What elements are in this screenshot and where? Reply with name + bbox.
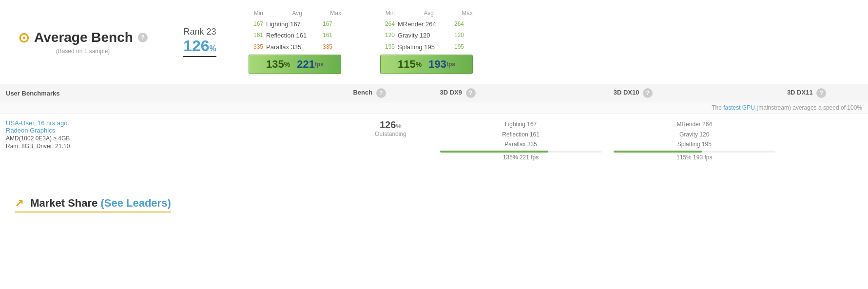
dx9-r1-label: Reflection 161 [266,30,315,41]
dx9-fps-summary: 135% 221 fps [440,154,602,161]
dx9-score-bar: 135% 221 fps [249,55,341,74]
dx9-pct: 135 [266,58,284,71]
dx9-r2-label: Parallax 335 [266,41,315,53]
dx10-metric-0: MRender 264 [614,119,775,129]
bench-score-number: 126% [353,119,428,131]
dx9-r0-min: 167 [249,19,263,30]
benchmarks-table: User Benchmarks Bench ? 3D DX9 ? 3D DX10… [0,84,868,177]
dx10-fps-summary: 115% 193 fps [614,154,775,161]
dx9-row-0: 167 Lighting 167 167 [249,19,341,30]
avg-bench-block: ⊙ Average Bench ? (Based on 1 sample) [15,30,151,55]
dx9-help-icon[interactable]: ? [466,88,476,98]
dx10-r0-max: 264 [449,19,464,30]
dx9-progress-container [440,151,602,153]
dx10-avg-header: Avg [419,10,434,17]
market-share-section: ↗ Market Share (See Leaders) [0,187,868,222]
market-share-icon: ↗ [15,197,23,209]
user-detail-1: AMD(1002 0E3A) ≥ 4GB [6,135,341,142]
market-share-leaders-link[interactable]: (See Leaders) [100,197,171,209]
dx10-pct-sym: % [416,60,422,68]
col-header-dx9: 3D DX9 ? [434,84,608,102]
dx10-max-header: Max [458,10,473,17]
dx9-pct-sym: % [284,60,290,68]
dx10-r0-min: 264 [380,19,395,30]
dx9-avg-header: Avg [288,10,302,17]
dx10-fps-label: fps [446,61,455,68]
dx9-r0-max: 167 [318,19,332,30]
col-header-bench: Bench ? [347,84,434,102]
bench-score-pct: % [396,122,402,130]
rank-percent: % [210,44,216,53]
rank-value: 126% [183,37,216,57]
dx10-row-2: 195 Splatting 195 195 [380,41,473,53]
dx10-r1-label: Gravity 120 [398,30,446,41]
dx10-r1-max: 120 [449,30,464,41]
col-header-dx11: 3D DX11 ? [781,84,868,102]
rank-number: 126 [183,37,209,55]
dx9-r2-min: 335 [249,42,263,53]
dx10-progress-container [614,151,775,153]
info-text-cell: The fastest GPU (mainstream) averages a … [434,102,868,114]
dx9-fps-label: fps [315,61,324,68]
dx9-max-header: Max [327,10,341,17]
dx10-help-icon[interactable]: ? [643,88,653,98]
user-cell: USA-User, 16 hrs ago. Radeon Graphics AM… [0,114,347,167]
dx9-r1-min: 161 [249,30,263,41]
user-link[interactable]: USA-User, 16 hrs ago. [6,119,69,127]
dx11-help-icon[interactable]: ? [816,88,826,98]
col-header-user: User Benchmarks [0,84,347,102]
rank-label: Rank 23 [183,27,216,37]
table-info-row: The fastest GPU (mainstream) averages a … [0,102,868,114]
sample-text: (Based on 1 sample) [56,48,110,55]
market-share-title: ↗ Market Share (See Leaders) [15,197,171,212]
table-header-row: User Benchmarks Bench ? 3D DX9 ? 3D DX10… [0,84,868,102]
dx10-stats-header: Min Avg Max [380,10,473,17]
dx10-r2-label: Splatting 195 [398,41,446,53]
bench-help-icon[interactable]: ? [376,88,386,98]
dx10-r0-label: MRender 264 [398,19,446,30]
dx10-r1-min: 120 [380,30,395,41]
dx9-row-1: 161 Reflection 161 161 [249,30,341,41]
dx10-min-header: Min [380,10,395,17]
dx10-fps-val: 193 [428,58,446,71]
avg-bench-help-icon[interactable]: ? [138,33,148,42]
dx9-data-cell: Lighting 167 Reflection 161 Parallax 335… [434,114,608,167]
dx9-fps-val: 221 [297,58,315,71]
dx10-data-cell: MRender 264 Gravity 120 Splatting 195 11… [608,114,781,167]
dx10-r2-max: 195 [449,42,464,53]
info-empty [0,102,434,114]
dx10-stats-group: Min Avg Max 264 MRender 264 264 120 Grav… [380,10,473,74]
dx9-metric-0: Lighting 167 [440,119,602,129]
dx10-pct: 115 [398,58,416,71]
dx9-stats-header: Min Avg Max [249,10,341,17]
dx9-metric-2: Parallax 335 [440,139,602,149]
dx11-data-cell [781,114,868,167]
avg-bench-label: Average Bench [34,30,133,45]
dx9-r1-max: 161 [318,30,332,41]
dx9-r2-max: 335 [318,42,332,53]
dx10-row-0: 264 MRender 264 264 [380,19,473,30]
dx9-progress-bar [440,151,549,153]
avg-bench-title: ⊙ Average Bench ? [18,30,148,46]
bench-score-cell: 126% Outstanding [347,114,434,167]
market-share-label: Market Share [30,197,97,209]
dx10-score-bar: 115% 193 fps [380,55,473,74]
spacer-row [0,167,868,177]
dx9-metric-1: Reflection 161 [440,130,602,139]
dx9-stats-group: Min Avg Max 167 Lighting 167 167 161 Ref… [249,10,341,74]
dx10-row-1: 120 Gravity 120 120 [380,30,473,41]
bench-score-rating: Outstanding [353,131,428,137]
fastest-gpu-link[interactable]: fastest GPU [723,104,755,111]
col-header-dx10: 3D DX10 ? [608,84,781,102]
dx9-min-header: Min [249,10,263,17]
dx10-metric-1: Gravity 120 [614,130,775,139]
user-detail-2: Ram: 8GB, Driver: 21.10 [6,143,341,150]
dx9-r0-label: Lighting 167 [266,19,315,30]
gpu-link[interactable]: Radeon Graphics [6,127,341,134]
table-row: USA-User, 16 hrs ago. Radeon Graphics AM… [0,114,868,167]
dx10-metric-2: Splatting 195 [614,139,775,149]
rank-block: Rank 23 126% [171,27,229,57]
dx9-row-2: 335 Parallax 335 335 [249,41,341,53]
dx10-r2-min: 195 [380,42,395,53]
clock-icon: ⊙ [18,30,29,46]
